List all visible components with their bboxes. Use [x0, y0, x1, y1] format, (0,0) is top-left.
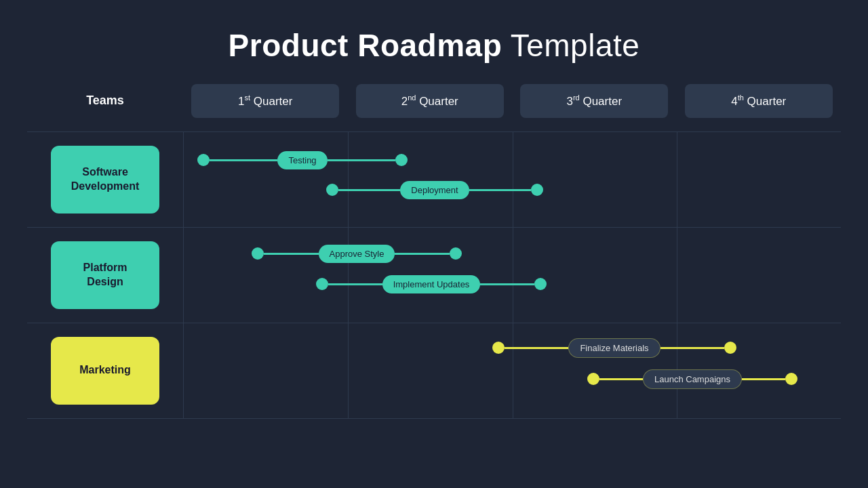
- testing-pill: Testing: [277, 151, 327, 169]
- deployment-pill: Deployment: [400, 181, 469, 199]
- testing-line-2: [328, 159, 395, 161]
- header-row: Teams 1st Quarter 2nd Quarter 3rd Quarte…: [27, 84, 841, 118]
- approve-line-1: [264, 253, 319, 255]
- roadmap-container: Teams 1st Quarter 2nd Quarter 3rd Quarte…: [27, 84, 841, 419]
- deployment-dot-end: [531, 184, 543, 196]
- q1-header: 1st Quarter: [183, 84, 348, 118]
- deployment-dot-start: [326, 184, 338, 196]
- bar-deployment: Deployment: [326, 181, 543, 199]
- marketing-badge: Marketing: [51, 337, 159, 405]
- q3-header: 3rd Quarter: [512, 84, 677, 118]
- col-line-1: [348, 132, 349, 227]
- q2-header: 2nd Quarter: [348, 84, 513, 118]
- platform-design-tasks: Approve Style Implement Updates: [183, 228, 841, 323]
- software-dev-badge: SoftwareDevelopment: [51, 146, 159, 214]
- title-light: Template: [502, 28, 639, 63]
- marketing-tasks: Finalize Materials Launch Campaigns: [183, 323, 841, 418]
- launch-dot-end: [785, 373, 797, 385]
- teams-label: Teams: [86, 94, 124, 108]
- finalize-line-1: [505, 347, 568, 349]
- launch-dot-start: [587, 373, 599, 385]
- finalize-dot-end: [724, 342, 736, 354]
- bar-approve: Approve Style: [252, 245, 462, 263]
- testing-line-1: [210, 159, 277, 161]
- approve-pill: Approve Style: [319, 245, 395, 263]
- q1-badge: 1st Quarter: [191, 84, 339, 118]
- implement-dot-start: [316, 278, 328, 290]
- software-dev-tasks: Testing Deployment: [183, 132, 841, 227]
- teams-header-cell: Teams: [27, 84, 183, 118]
- col-line-3: [677, 132, 677, 227]
- testing-dot-end: [395, 154, 408, 166]
- marketing-label-cell: Marketing: [27, 323, 183, 418]
- implement-pill: Implement Updates: [382, 275, 481, 293]
- col-line-p3: [677, 228, 677, 323]
- col-lines-software: [184, 132, 841, 227]
- q2-badge: 2nd Quarter: [356, 84, 504, 118]
- implement-dot-end: [534, 278, 547, 290]
- title-bold: Product Roadmap: [229, 28, 502, 63]
- implement-line-2: [480, 283, 534, 285]
- platform-design-badge: PlatformDesign: [51, 241, 159, 309]
- page-title: Product Roadmap Template: [229, 27, 640, 64]
- finalize-dot-start: [492, 342, 505, 354]
- q4-header: 4th Quarter: [677, 84, 842, 118]
- col-line-m1: [348, 323, 349, 418]
- deployment-line-1: [338, 189, 400, 191]
- q4-badge: 4th Quarter: [685, 84, 833, 118]
- launch-pill: Launch Campaigns: [643, 369, 742, 389]
- bar-implement: Implement Updates: [316, 275, 547, 293]
- approve-line-2: [395, 253, 450, 255]
- platform-design-label-cell: PlatformDesign: [27, 228, 183, 323]
- bar-finalize: Finalize Materials: [492, 338, 736, 358]
- launch-line-1: [599, 378, 643, 380]
- col-line-m2: [513, 323, 513, 418]
- software-dev-label-cell: SoftwareDevelopment: [27, 132, 183, 227]
- col-line-2: [513, 132, 513, 227]
- approve-dot-start: [252, 247, 264, 260]
- marketing-row: Marketing Finalize Materials Launch Camp…: [27, 323, 841, 419]
- finalize-line-2: [660, 347, 724, 349]
- q3-badge: 3rd Quarter: [520, 84, 668, 118]
- finalize-pill: Finalize Materials: [568, 338, 660, 358]
- deployment-line-2: [469, 189, 531, 191]
- implement-line-1: [328, 283, 382, 285]
- approve-dot-end: [450, 247, 462, 260]
- testing-dot-start: [197, 154, 210, 166]
- launch-line-2: [742, 378, 785, 380]
- bar-launch: Launch Campaigns: [587, 369, 797, 389]
- platform-design-row: PlatformDesign Approve Style Implement U…: [27, 227, 841, 323]
- software-dev-row: SoftwareDevelopment Testing Deploymen: [27, 131, 841, 227]
- bar-testing: Testing: [197, 151, 408, 169]
